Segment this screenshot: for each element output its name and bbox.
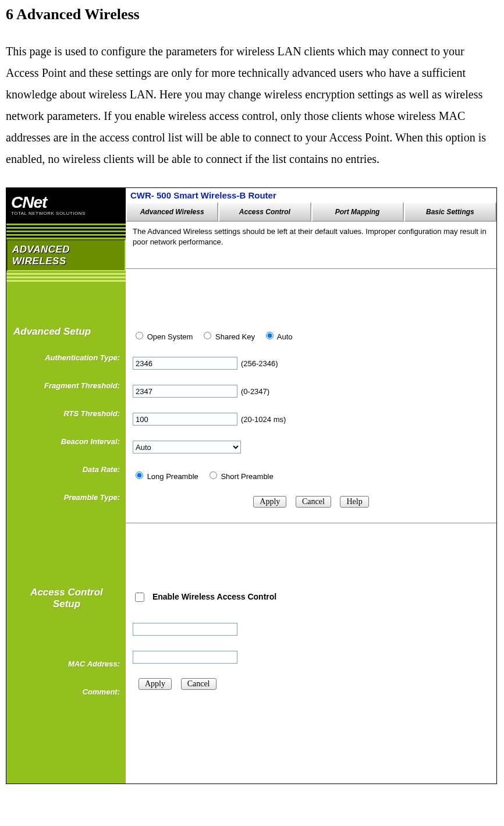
beacon-hint: (20-1024 ms) xyxy=(241,415,286,424)
comment-row xyxy=(133,643,489,671)
doc-heading: 6 Advanced Wireless xyxy=(6,6,498,23)
help-button[interactable]: Help xyxy=(340,496,368,508)
enable-access-control-checkbox[interactable] xyxy=(135,593,144,602)
label-comment: Comment: xyxy=(6,678,126,706)
router-screenshot: CNet TOTAL NETWORK SOLUTIONS CWR- 500 Sm… xyxy=(6,187,497,784)
tab-port-mapping[interactable]: Port Mapping xyxy=(311,202,404,222)
fragment-input[interactable] xyxy=(133,357,237,370)
beacon-row: (20-1024 ms) xyxy=(133,405,489,433)
label-beacon: Beacon Interval: xyxy=(6,427,126,455)
radio-open-system[interactable]: Open System xyxy=(133,330,193,341)
radio-short-preamble[interactable]: Short Preamble xyxy=(207,470,274,481)
logo-text: CNet xyxy=(11,194,121,211)
enable-access-control-label: Enable Wireless Access Control xyxy=(152,592,276,601)
auth-type-row: Open System Shared Key Auto xyxy=(133,321,489,349)
beacon-input[interactable] xyxy=(133,413,237,426)
sidebar: ADVANCED WIRELESS Advanced Setup Authent… xyxy=(6,222,126,784)
tab-basic-settings[interactable]: Basic Settings xyxy=(404,202,496,222)
tab-access-control[interactable]: Access Control xyxy=(218,202,311,222)
decoration-stripes xyxy=(6,271,126,282)
mac-input[interactable] xyxy=(133,623,237,636)
enable-access-control-row: Enable Wireless Access Control xyxy=(133,582,489,608)
section-advanced-setup: Advanced Setup xyxy=(6,314,126,341)
logo: CNet TOTAL NETWORK SOLUTIONS xyxy=(6,188,126,222)
apply-button-2[interactable]: Apply xyxy=(139,678,172,690)
label-fragment: Fragment Threshold: xyxy=(6,371,126,399)
rts-row: (0-2347) xyxy=(133,377,489,405)
product-title: CWR- 500 Smart Wireless-B Router xyxy=(126,188,496,202)
cancel-button-2[interactable]: Cancel xyxy=(181,678,216,690)
tab-bar: Advanced Wireless Access Control Port Ma… xyxy=(126,202,496,222)
logo-subtext: TOTAL NETWORK SOLUTIONS xyxy=(11,211,121,216)
doc-body: This page is used to configure the param… xyxy=(6,41,498,170)
data-rate-row: Auto xyxy=(133,433,489,461)
label-auth-type: Authentication Type: xyxy=(6,343,126,371)
divider xyxy=(126,268,496,269)
button-row-1: Apply Cancel Help xyxy=(133,489,489,518)
radio-auto[interactable]: Auto xyxy=(263,330,293,341)
button-row-2: Apply Cancel xyxy=(133,671,489,700)
comment-input[interactable] xyxy=(133,651,237,664)
tab-advanced-wireless[interactable]: Advanced Wireless xyxy=(126,202,218,222)
label-mac: MAC Address: xyxy=(6,650,126,678)
divider xyxy=(126,523,496,523)
label-preamble: Preamble Type: xyxy=(6,483,126,511)
fragment-row: (256-2346) xyxy=(133,349,489,377)
page-title-badge: ADVANCED WIRELESS xyxy=(6,239,126,271)
cancel-button[interactable]: Cancel xyxy=(296,496,331,508)
content-area: The Advanced Wireless settings should be… xyxy=(126,222,496,784)
radio-long-preamble[interactable]: Long Preamble xyxy=(133,470,198,481)
label-rts: RTS Threshold: xyxy=(6,399,126,427)
preamble-row: Long Preamble Short Preamble xyxy=(133,461,489,489)
mac-row xyxy=(133,615,489,643)
description: The Advanced Wireless settings should be… xyxy=(133,226,489,247)
radio-shared-key[interactable]: Shared Key xyxy=(201,330,255,341)
data-rate-select[interactable]: Auto xyxy=(133,441,241,453)
decoration-stripes xyxy=(6,222,126,239)
apply-button[interactable]: Apply xyxy=(253,496,286,508)
rts-hint: (0-2347) xyxy=(241,387,269,396)
section-access-control: Access Control Setup xyxy=(6,575,126,614)
label-data-rate: Data Rate: xyxy=(6,455,126,483)
rts-input[interactable] xyxy=(133,385,237,398)
fragment-hint: (256-2346) xyxy=(241,359,278,368)
